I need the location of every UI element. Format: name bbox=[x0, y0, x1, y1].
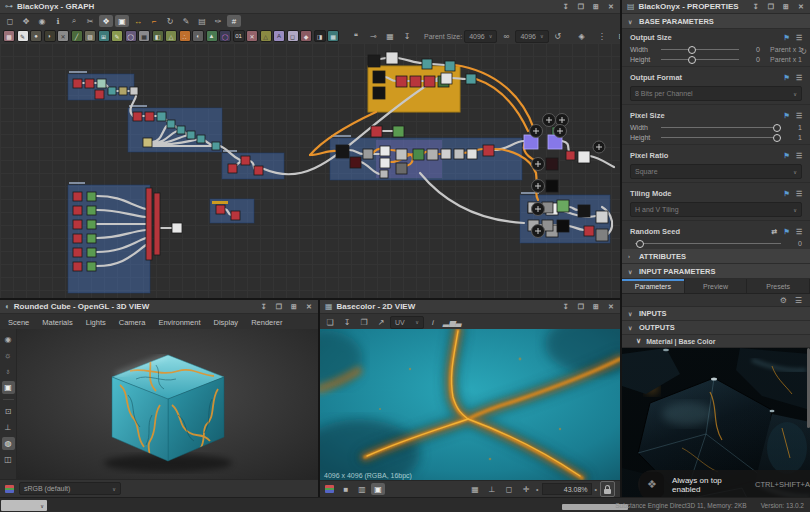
expose-parameter-icon[interactable]: ⚑ bbox=[783, 152, 789, 160]
bitmap-node-button[interactable]: ▩ bbox=[3, 30, 15, 42]
zoom-out-button[interactable]: • bbox=[536, 486, 538, 493]
frame-comment-icon[interactable]: ▦ bbox=[383, 30, 397, 42]
close-icon[interactable]: ✕ bbox=[607, 3, 615, 11]
node-graph[interactable] bbox=[0, 43, 620, 298]
color-management-icon[interactable] bbox=[5, 485, 14, 493]
pin-icon[interactable]: ↧ bbox=[752, 3, 760, 11]
elbow-links-toggle[interactable]: ⌐ bbox=[147, 15, 161, 27]
mix-node-button[interactable]: ✕ bbox=[246, 30, 258, 42]
mesh-icon[interactable]: ◫ bbox=[2, 453, 15, 466]
bucket-node-button[interactable]: ◆ bbox=[300, 30, 312, 42]
maximize-icon[interactable]: ⊞ bbox=[592, 303, 600, 311]
close-icon[interactable]: ✕ bbox=[607, 303, 615, 311]
transform-node-button[interactable]: ⊞ bbox=[98, 30, 110, 42]
width-slider[interactable] bbox=[661, 49, 739, 50]
light-icon[interactable]: ☼ bbox=[2, 349, 15, 362]
pixel-width-slider[interactable] bbox=[661, 127, 781, 128]
uv-mode-dropdown[interactable]: UV ∨ bbox=[390, 316, 424, 329]
random-seed-knob[interactable] bbox=[636, 240, 644, 248]
background-black-icon[interactable]: ■ bbox=[339, 483, 353, 495]
center-view-icon[interactable]: ✛ bbox=[519, 483, 533, 495]
normal-node-button[interactable]: ▲ bbox=[206, 30, 218, 42]
scatter-node-button[interactable]: ∴ bbox=[179, 30, 191, 42]
tab-parameters[interactable]: Parameters bbox=[622, 279, 685, 293]
expose-parameter-icon[interactable]: ⚑ bbox=[783, 228, 789, 236]
camera-icon[interactable]: ◉ bbox=[2, 333, 15, 346]
link-wh-icon[interactable]: ↻ bbox=[800, 47, 807, 56]
height-slider[interactable] bbox=[661, 59, 739, 60]
duplicate-icon[interactable]: ❏ bbox=[323, 316, 337, 328]
pixel-width-knob[interactable] bbox=[773, 124, 781, 132]
menu-materials[interactable]: Materials bbox=[42, 318, 72, 327]
pin-icon[interactable]: ↧ bbox=[562, 303, 570, 311]
fit-frame-icon[interactable]: ◻ bbox=[502, 483, 516, 495]
section-outputs[interactable]: ∨ OUTPUTS bbox=[622, 321, 810, 335]
pin-comment-icon[interactable]: ↧ bbox=[400, 30, 414, 42]
zoom-tool[interactable]: ⌕ bbox=[67, 15, 81, 27]
parent-size-dropdown[interactable]: 4096 ∨ bbox=[464, 30, 497, 43]
blob-node-button[interactable]: ● bbox=[30, 30, 42, 42]
tab-presets[interactable]: Presets bbox=[747, 279, 810, 293]
cut-link-tool[interactable]: ✂ bbox=[83, 15, 97, 27]
axes-icon[interactable]: ⊥ bbox=[2, 421, 15, 434]
export-icon[interactable]: ↗ bbox=[374, 316, 388, 328]
straight-links-toggle[interactable]: ↔ bbox=[131, 15, 145, 27]
create-node-tool[interactable]: ▣ bbox=[115, 15, 129, 27]
status-dropdown-stub[interactable]: ∨ bbox=[1, 500, 47, 511]
paint-tool[interactable]: ✑ bbox=[211, 15, 225, 27]
droplet-node-button[interactable]: ◗ bbox=[44, 30, 56, 42]
camera-capture-tool[interactable]: ◉ bbox=[35, 15, 49, 27]
gradient-node-button[interactable]: ▨ bbox=[84, 30, 96, 42]
section-input-parameters[interactable]: ∨ INPUT PARAMETERS bbox=[622, 264, 810, 279]
snap-icon[interactable]: ⊥ bbox=[485, 483, 499, 495]
anchor-icon[interactable]: ⊸ bbox=[366, 30, 380, 42]
height-node-button[interactable]: ◧ bbox=[152, 30, 164, 42]
shuffle-seed-icon[interactable]: ⇄ bbox=[772, 228, 778, 236]
parameter-menu-icon[interactable]: ☰ bbox=[796, 74, 802, 82]
maximize-icon[interactable]: ⊞ bbox=[592, 3, 600, 11]
environment-icon[interactable]: ♁ bbox=[2, 365, 15, 378]
expose-parameter-icon[interactable]: ⚑ bbox=[783, 190, 789, 198]
expose-parameter-icon[interactable]: ⚑ bbox=[783, 34, 789, 42]
pin-icon[interactable]: ↧ bbox=[562, 3, 570, 11]
color-management-icon[interactable] bbox=[325, 485, 334, 493]
copy-icon[interactable]: ❐ bbox=[357, 316, 371, 328]
menu-lights[interactable]: Lights bbox=[86, 318, 106, 327]
parameter-menu-icon[interactable]: ☰ bbox=[796, 228, 802, 236]
section-attributes[interactable]: › ATTRIBUTES bbox=[622, 249, 810, 264]
reset-size-icon[interactable]: ↺ bbox=[551, 30, 565, 42]
random-seed-value[interactable]: 0 bbox=[786, 240, 802, 247]
parameter-menu-icon[interactable]: ☰ bbox=[796, 34, 802, 42]
flask-node-button[interactable]: △ bbox=[165, 30, 177, 42]
view2d-canvas[interactable]: 4096 x 4096 (RGBA, 16bpc) bbox=[320, 329, 620, 481]
tile-node-button[interactable]: ▦ bbox=[138, 30, 150, 42]
expose-parameter-icon[interactable]: ⚑ bbox=[783, 74, 789, 82]
float-icon[interactable]: ❐ bbox=[577, 303, 585, 311]
pixel-height-value[interactable]: 1 bbox=[786, 134, 802, 141]
close-icon[interactable]: ✕ bbox=[797, 3, 805, 11]
float-icon[interactable]: ❐ bbox=[767, 3, 775, 11]
info-icon[interactable]: i bbox=[426, 316, 440, 328]
graph-canvas[interactable] bbox=[0, 43, 620, 298]
lock-zoom-toggle[interactable] bbox=[600, 481, 615, 497]
menu-scene[interactable]: Scene bbox=[8, 318, 29, 327]
view3d-viewport[interactable]: ◉ ☼ ♁ ▣ ⊡ ⊥ ◍ ◫ bbox=[0, 329, 318, 480]
link-size-icon[interactable]: ∞ bbox=[499, 30, 513, 42]
pan-tool[interactable]: ✥ bbox=[19, 15, 33, 27]
snap-settings-icon[interactable]: ⊞ bbox=[615, 30, 620, 42]
maximize-icon[interactable]: ⊞ bbox=[290, 303, 298, 311]
image-filter-icon[interactable]: ▣ bbox=[371, 483, 385, 495]
maximize-icon[interactable]: ⊞ bbox=[782, 3, 790, 11]
comment-icon[interactable]: ❝ bbox=[349, 30, 363, 42]
screenshot-icon[interactable]: ▣ bbox=[2, 381, 15, 394]
float-icon[interactable]: ❐ bbox=[577, 3, 585, 11]
output-format-dropdown[interactable]: 8 Bits per Channel ∨ bbox=[630, 86, 802, 101]
crop-node-button[interactable]: ◻ bbox=[287, 30, 299, 42]
menu-renderer[interactable]: Renderer bbox=[251, 318, 282, 327]
random-seed-slider[interactable] bbox=[635, 243, 781, 244]
height-value[interactable]: 0 bbox=[744, 56, 760, 63]
histogram-icon[interactable]: ▂▅▃ bbox=[443, 316, 461, 328]
menu-display[interactable]: Display bbox=[214, 318, 239, 327]
create-link-tool[interactable]: ❖ bbox=[99, 15, 113, 27]
vertical-dots-icon[interactable]: ⋮ bbox=[595, 30, 609, 42]
